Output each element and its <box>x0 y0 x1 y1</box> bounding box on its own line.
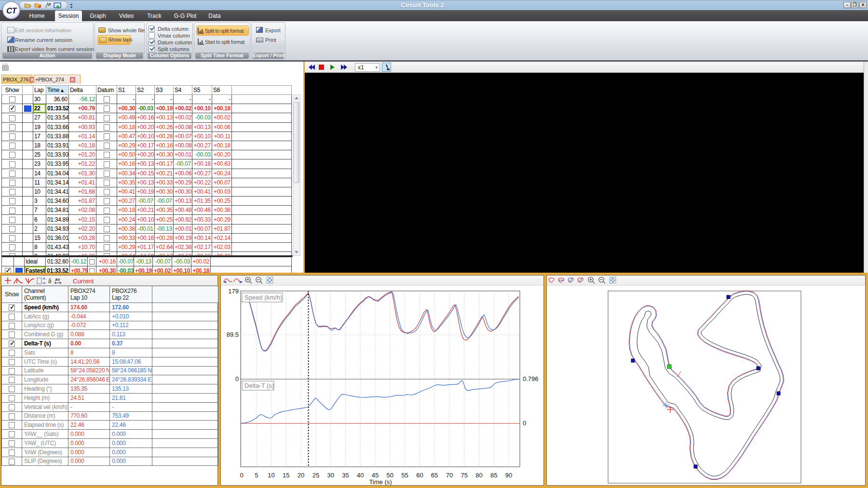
svg-text:δ: δ <box>48 277 52 285</box>
svg-text:60: 60 <box>416 472 423 479</box>
svg-text:40: 40 <box>357 472 364 479</box>
svg-text:20: 20 <box>298 472 304 479</box>
svg-text:Delta-T (s): Delta-T (s) <box>244 382 274 389</box>
svg-text:30: 30 <box>327 472 334 479</box>
svg-text:0: 0 <box>235 375 239 382</box>
svg-text:75: 75 <box>461 472 467 479</box>
svg-text:90: 90 <box>505 472 512 479</box>
svg-text:55: 55 <box>401 472 408 479</box>
svg-text:80: 80 <box>475 472 482 479</box>
svg-text:70: 70 <box>446 472 453 479</box>
svg-text:85: 85 <box>490 472 497 479</box>
svg-text:Time (s): Time (s) <box>369 478 392 486</box>
svg-text:89.5: 89.5 <box>227 331 239 338</box>
svg-text:5: 5 <box>255 472 258 479</box>
svg-text:35: 35 <box>342 472 349 479</box>
svg-text:45: 45 <box>372 472 379 479</box>
svg-text:10: 10 <box>268 472 274 479</box>
svg-text:50: 50 <box>387 472 393 479</box>
svg-text:179: 179 <box>228 288 239 295</box>
svg-text:65: 65 <box>431 472 438 479</box>
svg-text:0: 0 <box>523 420 526 427</box>
svg-text:1,2,3: 1,2,3 <box>2 63 8 66</box>
svg-text:0.796: 0.796 <box>523 375 539 382</box>
svg-text:0: 0 <box>240 472 243 479</box>
svg-text:15: 15 <box>283 472 289 479</box>
svg-text:Speed (km/h): Speed (km/h) <box>244 294 282 301</box>
svg-text:25: 25 <box>312 472 319 479</box>
svg-text:AV: AV <box>55 277 60 282</box>
